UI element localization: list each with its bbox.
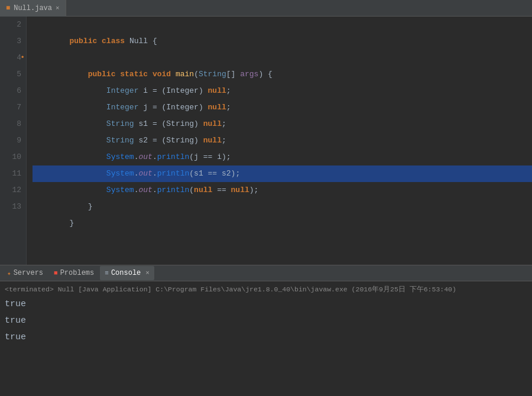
line-num-13: 13 bbox=[0, 199, 26, 215]
output-line-2: true bbox=[5, 313, 527, 329]
console-label: Console bbox=[111, 269, 141, 277]
tab-problems[interactable]: ■ Problems bbox=[49, 266, 99, 280]
line-num-8: 8 bbox=[0, 116, 26, 132]
tab-servers[interactable]: ✦ Servers bbox=[2, 266, 48, 280]
servers-icon: ✦ bbox=[7, 270, 11, 277]
tab-bar: ■ Null.java × bbox=[0, 0, 532, 17]
tab-console[interactable]: ≡ Console × bbox=[100, 266, 154, 280]
tab-close-button[interactable]: × bbox=[56, 5, 60, 12]
line-num-10: 10 bbox=[0, 149, 26, 165]
output-line-1: true bbox=[5, 296, 527, 313]
line-num-5: 5 bbox=[0, 66, 26, 83]
line-num-12: 12 bbox=[0, 182, 26, 199]
problems-icon: ■ bbox=[54, 270, 58, 277]
problems-label: Problems bbox=[60, 269, 95, 277]
code-content: public class Null { public static void m… bbox=[27, 17, 532, 265]
line-num-7: 7 bbox=[0, 99, 26, 116]
output-line-3: true bbox=[5, 329, 527, 346]
line-num-3: 3 bbox=[0, 33, 26, 50]
line-num-11: 11 bbox=[0, 165, 26, 182]
console-header: <terminated> Null [Java Application] C:\… bbox=[5, 284, 527, 296]
console-output: true true true bbox=[5, 296, 527, 346]
code-line-13: } bbox=[33, 199, 532, 215]
code-editor: 2 3 4 5 6 7 8 9 10 11 12 13 public class… bbox=[0, 17, 532, 265]
line-num-4: 4 bbox=[0, 50, 26, 66]
line-num-9: 9 bbox=[0, 132, 26, 149]
bottom-panel: ✦ Servers ■ Problems ≡ Console × <termin… bbox=[0, 265, 532, 396]
line-num-2: 2 bbox=[0, 17, 26, 33]
code-line-4: public static void main(String[] args) { bbox=[33, 50, 532, 66]
line-number-gutter: 2 3 4 5 6 7 8 9 10 11 12 13 bbox=[0, 17, 27, 265]
console-icon: ≡ bbox=[105, 270, 109, 277]
line-num-6: 6 bbox=[0, 83, 26, 99]
editor-tab[interactable]: ■ Null.java × bbox=[0, 0, 66, 17]
panel-tab-bar: ✦ Servers ■ Problems ≡ Console × bbox=[0, 265, 532, 281]
code-line-2: public class Null { bbox=[33, 17, 532, 33]
java-file-icon: ■ bbox=[6, 4, 10, 12]
tab-label: Null.java bbox=[14, 4, 52, 12]
console-close-button[interactable]: × bbox=[145, 270, 150, 277]
servers-label: Servers bbox=[14, 269, 43, 277]
console-panel: <terminated> Null [Java Application] C:\… bbox=[0, 281, 532, 396]
